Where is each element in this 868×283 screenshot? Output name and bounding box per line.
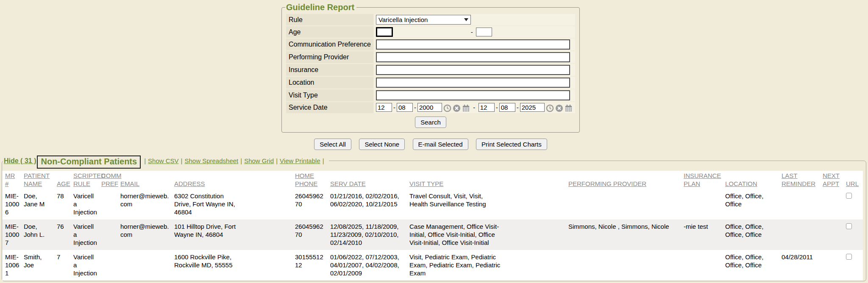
service-date-label: Service Date [286,102,373,113]
age-from-input[interactable] [376,27,393,37]
service-date-from-month-input[interactable] [376,103,392,112]
cell-visit_type: Travel Consult, Visit, Visit, Health Sur… [409,192,501,208]
patients-header-row: MR #PATIENT NAMEAGESCRIPTED RULECOMM PRE… [2,171,863,189]
show-grid-link[interactable]: Show Grid [244,157,274,164]
age-range-separator: - [471,28,473,36]
patient-row-MIE-10007: MIE-10007Doe, John L.76Varicella Injecti… [2,219,863,250]
age-row: Age - [286,26,575,38]
performing-provider-input[interactable] [376,52,570,62]
cell-location: Office, Office, Office, Office [725,253,777,269]
patient-list-title: Non-Compliant Patients [37,155,141,169]
cell-visit_type: Visit, Pediatric Exam, Pediatric Exam, P… [409,253,501,277]
email-selected-button[interactable]: E-mail Selected [413,139,468,150]
clock-icon[interactable] [443,104,451,112]
cell-location: Office, Office, Office [725,192,777,208]
calendar-icon[interactable] [565,104,573,112]
guideline-form-table: Rule Varicella Injection Age - [285,13,576,114]
visit-type-label: Visit Type [286,89,373,101]
patient-row-MIE-10006: MIE-10006Doe, Jane M78Varicella Injectio… [2,189,863,219]
rule-row: Rule Varicella Injection [286,14,575,25]
cell-home_phone: 3015551212 [295,253,326,269]
action-buttons-row: Select All Select None E-mail Selected P… [281,139,580,150]
guideline-report-title: Guideline Report [285,3,356,12]
service-date-from-year-input[interactable] [417,103,442,112]
service-date-from-day-input[interactable] [397,103,413,112]
non-compliant-patients-fieldset: Hide ( 31 )Non-Compliant Patients|Show C… [2,154,866,281]
insurance-row: Insurance [286,64,575,76]
cell-name: Doe, John L. [24,222,53,239]
cell-mr: MIE-10061 [5,253,19,277]
view-printable-link[interactable]: View Printable [280,157,320,164]
select-none-button[interactable]: Select None [359,139,405,150]
cell-visit_type: Case Management, Office Visit-Initial, O… [409,222,501,247]
show-csv-link[interactable]: Show CSV [148,157,179,164]
location-input[interactable] [376,78,570,88]
cell-rule: Varicella Injection [73,222,97,247]
col-header-insurance_plan[interactable]: INSURANCE PLAN [684,171,725,189]
cell-address: 101 Hilltop Drive, Fort Wayne IN, 46804 [174,222,238,239]
cell-address: 1600 Rockville Pike, Rockville MD, 55555 [174,253,238,269]
cell-rule: Varicella Injection [73,253,97,277]
hide-link[interactable]: Hide ( 31 ) [4,157,36,164]
age-to-input[interactable] [476,28,492,36]
communication-preference-input[interactable] [376,39,570,50]
service-date-row: Service Date -- - -- [286,102,575,113]
cell-age: 78 [57,192,69,200]
cell-serv_date: 01/21/2016, 02/02/2016, 06/02/2020, 10/2… [330,192,405,208]
cell-rule: Varicella Injection [73,192,97,216]
col-header-mr[interactable]: MR # [2,171,24,189]
age-label: Age [286,26,373,38]
show-spreadsheet-link[interactable]: Show Spreadsheet [185,157,239,164]
cell-name: Smith, Joe [24,253,53,269]
clock-icon[interactable] [546,104,554,112]
guideline-report-fieldset: Guideline Report Rule Varicella Injectio… [281,3,580,133]
performing-provider-label: Performing Provider [286,51,373,63]
cell-name: Doe, Jane M [24,192,53,208]
col-header-email[interactable]: EMAIL [120,171,174,189]
select-all-button[interactable]: Select All [314,139,351,150]
communication-preference-row: Communication Preference [286,39,575,50]
calendar-icon[interactable] [462,104,470,112]
search-button[interactable]: Search [415,117,446,128]
service-date-to-month-input[interactable] [479,103,495,112]
cell-email: horner@mieweb.com [120,222,170,239]
col-header-comm_pref[interactable]: COMM PREF [101,171,120,189]
cell-mr: MIE-10006 [5,192,19,216]
col-header-last_reminder[interactable]: LAST REMINDER [782,171,823,189]
print-selected-charts-button[interactable]: Print Selected Charts [476,139,547,150]
service-date-to-day-input[interactable] [499,103,515,112]
col-header-age[interactable]: AGE [57,171,73,189]
insurance-label: Insurance [286,64,373,76]
chevron-down-icon [464,18,468,21]
col-header-location[interactable]: LOCATION [725,171,782,189]
rule-select[interactable]: Varicella Injection [376,15,471,25]
service-date-from-group: -- [376,104,472,111]
col-header-performing_provider[interactable]: PERFORMING PROVIDER [568,171,684,189]
url-checkbox[interactable] [846,193,852,199]
clear-icon[interactable] [555,104,563,112]
col-header-address[interactable]: ADDRESS [174,171,295,189]
col-header-serv_date[interactable]: SERV DATE [330,171,409,189]
col-header-url[interactable]: URL [846,171,863,189]
visit-type-input[interactable] [376,90,570,100]
cell-email: horner@mieweb.com [120,192,170,208]
service-date-to-year-input[interactable] [520,103,545,112]
cell-mr: MIE-10007 [5,222,19,247]
clear-icon[interactable] [453,104,461,112]
col-header-visit_type[interactable]: VISIT TYPE [409,171,568,189]
performing-provider-row: Performing Provider [286,51,575,63]
cell-home_phone: 2604596270 [295,192,326,208]
col-header-next_appt[interactable]: NEXT APPT [823,171,846,189]
cell-address: 6302 Constitution Drive, Fort Wayne IN, … [174,192,238,216]
cell-last_reminder: 04/28/2011 [782,253,818,261]
url-checkbox[interactable] [846,223,852,229]
insurance-input[interactable] [376,65,570,75]
col-header-home_phone[interactable]: HOME PHONE [295,171,330,189]
cell-insurance_plan: -mie test [684,222,721,230]
patients-table: MR #PATIENT NAMEAGESCRIPTED RULECOMM PRE… [2,171,863,280]
rule-select-value: Varicella Injection [378,16,428,23]
location-row: Location [286,77,575,89]
url-checkbox[interactable] [846,254,852,260]
col-header-name[interactable]: PATIENT NAME [24,171,57,189]
col-header-rule[interactable]: SCRIPTED RULE [73,171,101,189]
